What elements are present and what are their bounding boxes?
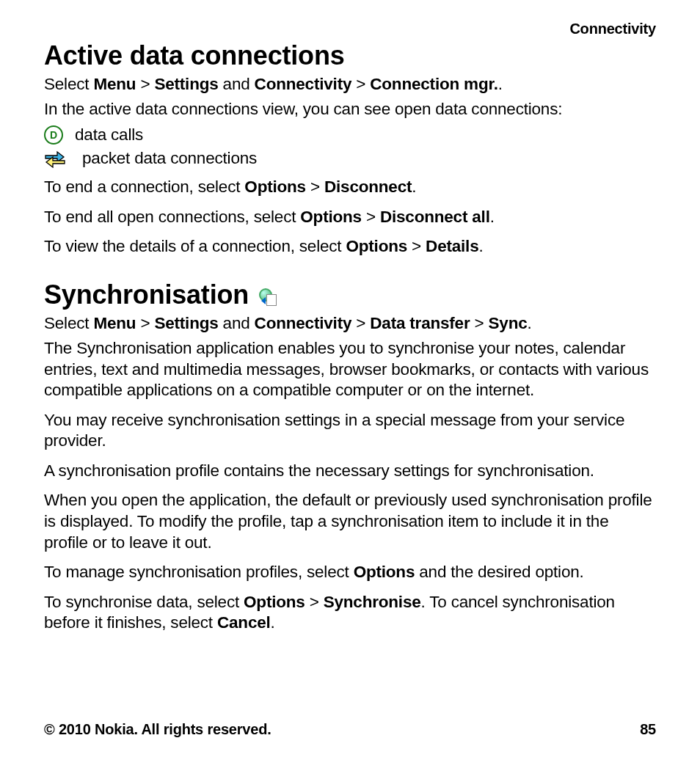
copyright-text: © 2010 Nokia. All rights reserved. [44,721,271,738]
heading-synchronisation-text: Synchronisation [44,281,249,309]
packet-data-icon [44,150,66,168]
sync-para-1: The Synchronisation application enables … [44,338,656,401]
sync-para-2: You may receive synchronisation settings… [44,410,656,452]
legend-data-calls-label: data calls [75,125,143,146]
nav-path-sync: Select Menu > Settings and Connectivity … [44,313,656,335]
para-end-all: To end all open connections, select Opti… [44,207,656,228]
nav-path-active-connections: Select Menu > Settings and Connectivity … [44,74,656,95]
para-view-details: To view the details of a connection, sel… [44,236,656,257]
heading-synchronisation: Synchronisation [44,281,656,309]
sync-para-3: A synchronisation profile contains the n… [44,461,656,482]
manual-page: Connectivity Active data connections Sel… [0,0,700,760]
sync-para-4: When you open the application, the defau… [44,490,656,553]
sync-do-sync: To synchronise data, select Options > Sy… [44,592,656,634]
section-breadcrumb: Connectivity [44,21,656,37]
para-end-connection: To end a connection, select Options > Di… [44,177,656,198]
legend-packet-data-label: packet data connections [82,148,257,169]
page-number: 85 [640,721,656,738]
intro-text: In the active data connections view, you… [44,99,656,120]
sync-manage-profiles: To manage synchronisation profiles, sele… [44,562,656,583]
data-call-icon: D [44,125,63,145]
page-footer: © 2010 Nokia. All rights reserved. 85 [44,721,656,738]
heading-active-data-connections: Active data connections [44,42,656,70]
sync-app-icon [259,288,277,306]
legend-data-calls: D data calls [44,125,656,146]
legend-packet-data: packet data connections [44,148,656,169]
